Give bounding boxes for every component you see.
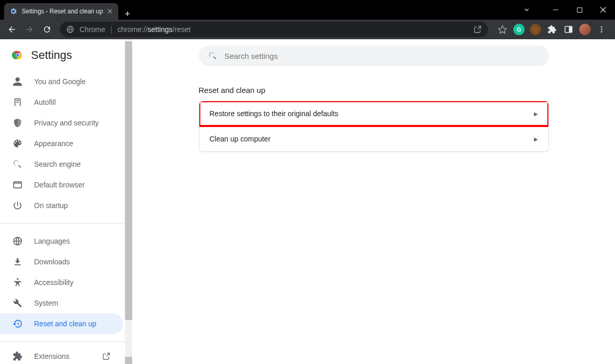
download-icon (12, 257, 23, 267)
sidebar-item-label: Accessibility (34, 278, 73, 287)
sidebar-item-appearance[interactable]: Appearance (0, 133, 123, 154)
settings-row-restore-settings-to-their-original-defaults[interactable]: Restore settings to their original defau… (199, 101, 548, 126)
window-maximize-button[interactable] (567, 0, 591, 20)
back-button[interactable] (4, 22, 20, 37)
power-icon (12, 200, 23, 211)
browser-tabs: Settings - Reset and clean up ✕ + (0, 0, 136, 20)
sidebar-item-autofill[interactable]: Autofill (0, 92, 123, 113)
sidebar-scrollbar[interactable] (125, 39, 132, 364)
globe-icon (12, 236, 23, 246)
side-panel-icon[interactable] (562, 23, 575, 36)
sidebar-item-default-browser[interactable]: Default browser (0, 175, 123, 195)
wrench-icon (12, 298, 23, 308)
sidebar-item-label: Privacy and security (34, 119, 99, 127)
settings-title: Settings (31, 49, 72, 62)
chevron-right-icon: ▶ (534, 111, 538, 117)
window-controls (515, 0, 615, 20)
forward-button[interactable] (22, 22, 37, 37)
row-label: Restore settings to their original defau… (210, 109, 339, 118)
settings-main: Reset and clean up Restore settings to t… (132, 39, 615, 364)
search-icon (208, 51, 217, 60)
chrome-logo-icon (11, 49, 24, 61)
window-minimize-button[interactable] (544, 0, 567, 20)
svg-point-12 (17, 278, 18, 280)
sidebar-item-accessibility[interactable]: Accessibility (0, 272, 123, 293)
sidebar-divider (0, 341, 132, 342)
person-icon (12, 76, 23, 87)
address-bar[interactable]: Chrome | chrome://settings/reset (60, 22, 488, 37)
svg-point-5 (601, 26, 603, 28)
svg-point-6 (601, 29, 603, 30)
gear-icon (9, 7, 18, 15)
scrollbar-thumb[interactable] (125, 41, 132, 320)
sidebar-item-label: Appearance (34, 139, 73, 148)
sidebar-item-label: Autofill (34, 98, 56, 106)
sidebar-item-label: Languages (34, 237, 70, 245)
svg-rect-4 (569, 27, 572, 33)
new-tab-button[interactable]: + (118, 9, 136, 20)
scrollbar-arrow-down[interactable] (125, 357, 132, 364)
extension-cookie-icon[interactable] (529, 23, 542, 36)
tab-search-icon[interactable] (515, 0, 539, 20)
search-input[interactable] (225, 52, 540, 60)
settings-card: Restore settings to their original defau… (199, 101, 549, 152)
omnibox-url: chrome://settings/reset (117, 25, 191, 34)
omnibox-separator: | (111, 25, 113, 34)
sidebar-item-search-engine[interactable]: Search engine (0, 154, 123, 175)
bookmark-star-icon[interactable] (496, 23, 509, 36)
site-info-icon[interactable] (66, 25, 74, 34)
chevron-right-icon: ▶ (534, 136, 538, 142)
toolbar-actions: G (493, 23, 611, 36)
row-label: Clean up computer (210, 135, 271, 143)
sidebar-item-extensions[interactable]: Extensions (0, 346, 123, 364)
autofill-icon (12, 97, 23, 107)
browser-toolbar: Chrome | chrome://settings/reset G (0, 20, 615, 39)
sidebar-item-languages[interactable]: Languages (0, 231, 123, 251)
sidebar-divider (0, 223, 132, 224)
external-link-icon (102, 352, 111, 360)
sidebar-item-on-startup[interactable]: On startup (0, 195, 123, 216)
section-title: Reset and clean up (199, 86, 549, 94)
settings-brand: Settings (0, 39, 132, 68)
sidebar-item-label: System (34, 299, 58, 307)
sidebar-item-label: Search engine (34, 160, 81, 168)
palette-icon (12, 138, 23, 149)
settings-search[interactable] (199, 45, 549, 66)
shield-icon (12, 118, 23, 128)
browser-tab-active[interactable]: Settings - Reset and clean up ✕ (4, 3, 118, 20)
omnibox-chrome-label: Chrome (80, 25, 105, 34)
sidebar-item-privacy-and-security[interactable]: Privacy and security (0, 113, 123, 133)
window-titlebar: Settings - Reset and clean up ✕ + (0, 0, 615, 20)
accessibility-icon (12, 277, 23, 288)
search-icon (12, 159, 23, 169)
restore-icon (12, 319, 23, 329)
sidebar-item-label: Downloads (34, 258, 70, 266)
puzzle-icon (12, 351, 23, 361)
sidebar-item-system[interactable]: System (0, 293, 123, 313)
sidebar-item-label: On startup (34, 201, 68, 210)
reload-button[interactable] (39, 22, 55, 37)
sidebar-item-reset-and-clean-up[interactable]: Reset and clean up (0, 313, 123, 334)
window-close-button[interactable] (591, 0, 615, 20)
browser-icon (12, 180, 23, 190)
page-content: Settings You and GoogleAutofillPrivacy a… (0, 39, 615, 364)
settings-sidebar: Settings You and GoogleAutofillPrivacy a… (0, 39, 132, 364)
sidebar-item-downloads[interactable]: Downloads (0, 251, 123, 272)
svg-rect-1 (577, 8, 582, 12)
extensions-puzzle-icon[interactable] (546, 23, 558, 36)
svg-point-7 (601, 31, 603, 33)
sidebar-item-you-and-google[interactable]: You and Google (0, 71, 123, 92)
sidebar-item-label: Reset and clean up (34, 320, 97, 328)
profile-avatar[interactable] (579, 23, 591, 36)
extension-grammarly-icon[interactable]: G (513, 23, 525, 36)
sidebar-item-label: Extensions (34, 352, 69, 360)
browser-menu-icon[interactable] (595, 23, 608, 36)
close-tab-icon[interactable]: ✕ (107, 7, 113, 15)
share-icon[interactable] (474, 25, 482, 34)
sidebar-item-label: You and Google (34, 77, 86, 86)
sidebar-item-label: Default browser (34, 181, 85, 189)
settings-row-clean-up-computer[interactable]: Clean up computer▶ (199, 126, 548, 151)
tab-title: Settings - Reset and clean up (22, 8, 103, 15)
